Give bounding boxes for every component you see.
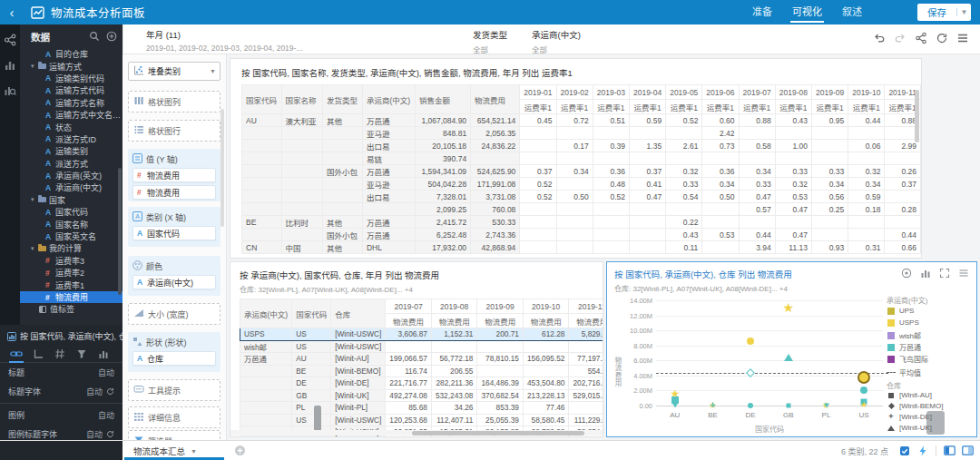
menu-icon[interactable] — [958, 268, 969, 279]
panel-right-icon[interactable] — [962, 445, 973, 456]
add-sheet-icon[interactable] — [234, 445, 246, 456]
tree-item[interactable]: A运输方式名称 — [20, 97, 122, 109]
pivot-vscrollbar[interactable] — [314, 406, 321, 433]
table-row[interactable]: 2,099.25760.080.570.470.250.180.28 — [242, 203, 921, 216]
tree-item[interactable]: A运输类别 — [20, 145, 122, 157]
pivot-hscrollbar[interactable] — [230, 430, 603, 436]
share-icon[interactable] — [915, 32, 927, 44]
legend-shape-entry[interactable]: [Winit-AU] — [887, 391, 932, 399]
month-header[interactable]: 2019-07 — [739, 85, 775, 100]
measure-header[interactable]: 物流费用 — [431, 314, 477, 328]
measure-header[interactable]: 运费率1 — [666, 100, 702, 114]
tree-item[interactable]: A运输方式中文名… — [20, 109, 122, 121]
tree-item[interactable]: A派送方式 — [20, 158, 122, 170]
pivot-card[interactable]: 按 承运商(中文), 国家代码, 仓库, 年月 列出 物流费用 仓库: 32[W… — [230, 261, 603, 437]
shelf-x-axis[interactable]: A 类别 (X 轴) A国家代码 — [128, 207, 220, 247]
measure-header[interactable]: 运费率1 — [739, 100, 775, 114]
scatter-point[interactable]: + — [710, 401, 716, 410]
list-menu-icon[interactable] — [956, 32, 969, 44]
undo-icon[interactable] — [873, 32, 886, 44]
pill-measure[interactable]: #物流费用 — [132, 168, 216, 182]
redo-icon[interactable] — [894, 32, 906, 44]
measure-header[interactable]: 物流费用 — [523, 314, 569, 328]
scatter-point[interactable] — [858, 371, 870, 384]
scatter-point[interactable] — [824, 403, 829, 407]
shelf-grid-rows[interactable]: 格状图行 — [128, 120, 220, 142]
expand-caret-icon[interactable]: ▾ — [31, 196, 38, 203]
tree-item[interactable]: ▾我的计算 — [20, 242, 122, 254]
scatter-point[interactable]: ★ — [860, 401, 867, 409]
shelf-filter[interactable]: 筛选器 — [128, 430, 220, 440]
column-header[interactable]: 承运商(中文) — [240, 299, 292, 328]
column-header[interactable]: 发货类型 — [322, 85, 362, 114]
pill-dimension[interactable]: A承运商(中文) — [132, 275, 216, 289]
month-header[interactable]: 2019-01 — [520, 85, 556, 100]
tab-grid-icon[interactable] — [49, 345, 71, 363]
month-header[interactable]: 2019-02 — [556, 85, 593, 100]
save-dropdown-icon[interactable]: ▼ — [956, 8, 971, 16]
shelf-detail[interactable]: 详细信息 — [128, 406, 220, 428]
legend-shape-entry[interactable]: [Winit-PL] — [887, 435, 931, 437]
measure-header[interactable]: 运费率1 — [811, 100, 848, 114]
table-row[interactable]: DE[Winit-DE]221,716.77282,211.36164,486.… — [240, 377, 604, 390]
column-header[interactable]: 国家代码 — [292, 299, 331, 328]
table-row[interactable]: CN中国其他DHL17,932.0042,868.940.113.9411.13… — [242, 241, 921, 254]
column-header[interactable]: 仓库 — [331, 299, 386, 328]
sheet-tab-caret-icon[interactable]: ▼ — [191, 448, 197, 455]
legend-shape-entry[interactable]: [Winit-BEMO] — [887, 402, 943, 410]
month-header[interactable]: 2019-10 — [848, 85, 885, 100]
filter-yearmonth[interactable]: 年月 (11) 2019-01, 2019-02, 2019-03, 2019-… — [146, 28, 303, 53]
tree-item[interactable]: #运费率1 — [20, 279, 122, 290]
month-header[interactable]: 2019-06 — [702, 85, 739, 100]
column-header[interactable]: 销售金额 — [415, 85, 470, 114]
tree-item[interactable]: #运费率3 — [20, 255, 122, 267]
tab-analysis-icon[interactable] — [93, 345, 114, 363]
legend-entry[interactable]: UPS — [887, 307, 914, 315]
back-icon[interactable]: ‹ — [0, 5, 24, 20]
scatter-point[interactable] — [784, 354, 793, 361]
crosstab-scrollbar[interactable] — [915, 90, 919, 142]
chart-switch-icon[interactable] — [920, 268, 931, 279]
shelf-y-axis[interactable]: 值 (Y 轴) #物流费用 #物流费用 — [128, 149, 220, 201]
column-header[interactable]: 国家代码 — [242, 85, 282, 114]
table-row[interactable]: 亚马逊504,042.28171,991.080.520.480.410.330… — [242, 178, 921, 191]
scatter-point[interactable]: ★ — [783, 301, 795, 314]
prop-row-title[interactable]: 标题 自动 — [0, 363, 122, 382]
table-row[interactable]: USPSUS[Winit-USWC]3,606.871,152.31200.71… — [240, 328, 604, 341]
tab-narrate[interactable]: 叙述 — [842, 0, 862, 24]
shelves-scrollbar[interactable] — [220, 109, 224, 227]
pill-dimension[interactable]: A国家代码 — [132, 226, 216, 240]
legend-entry[interactable]: 飞鸟国际 — [887, 354, 928, 364]
tree-item[interactable]: A状态 — [20, 121, 122, 132]
refresh-icon[interactable] — [936, 32, 948, 44]
shelf-size[interactable]: 大小 (宽度) — [128, 303, 220, 325]
tab-visualize[interactable]: 可视化 — [792, 0, 822, 24]
legend-entry[interactable]: USPS — [887, 318, 919, 327]
measure-header[interactable]: 物流费用 — [569, 314, 603, 328]
tree-item[interactable]: A承运商(英文) — [20, 170, 122, 181]
column-header[interactable]: 承运商(中文) — [362, 85, 415, 114]
table-row[interactable]: BE[Winit-BEMO]116.74206.55554.93 — [240, 365, 604, 377]
month-header[interactable]: 2019-05 — [666, 85, 702, 100]
scatter-point[interactable] — [672, 403, 678, 407]
save-button[interactable]: 保存 ▼ — [917, 4, 971, 21]
prop-row-legend[interactable]: 图例 自动 — [0, 406, 122, 425]
measure-header[interactable]: 运费率1 — [593, 100, 629, 114]
column-header[interactable]: 物流费用 — [471, 85, 520, 114]
month-header[interactable]: 2019-10 — [523, 299, 569, 314]
filter-carrier[interactable]: 承运商(中文) 全部 — [532, 28, 581, 54]
tree-item[interactable]: #运费率2 — [20, 267, 122, 279]
tree-item[interactable]: A国家名称 — [20, 218, 122, 230]
legend-entry[interactable]: wish邮 — [887, 330, 921, 340]
month-header[interactable]: 2019-09 — [477, 299, 524, 314]
crosstab-card[interactable]: 按 国家代码, 国家名称, 发货类型, 承运商(中文), 销售金额, 物流费用,… — [230, 58, 922, 259]
tab-axis-icon[interactable] — [27, 345, 49, 363]
scatter-point[interactable] — [786, 403, 790, 407]
shelf-grid-columns[interactable]: 格状图列 — [128, 91, 220, 113]
month-header[interactable]: 2019-08 — [431, 299, 477, 314]
filter-shiptype[interactable]: 发货类型 全部 — [473, 28, 507, 54]
prop-row-title-font[interactable]: 标题字体 自动 — [0, 382, 122, 401]
tab-filter-icon[interactable] — [71, 345, 93, 363]
tree-item[interactable]: #物流费用 — [20, 291, 122, 303]
shelf-tooltip[interactable]: 工具提示 — [128, 379, 220, 401]
